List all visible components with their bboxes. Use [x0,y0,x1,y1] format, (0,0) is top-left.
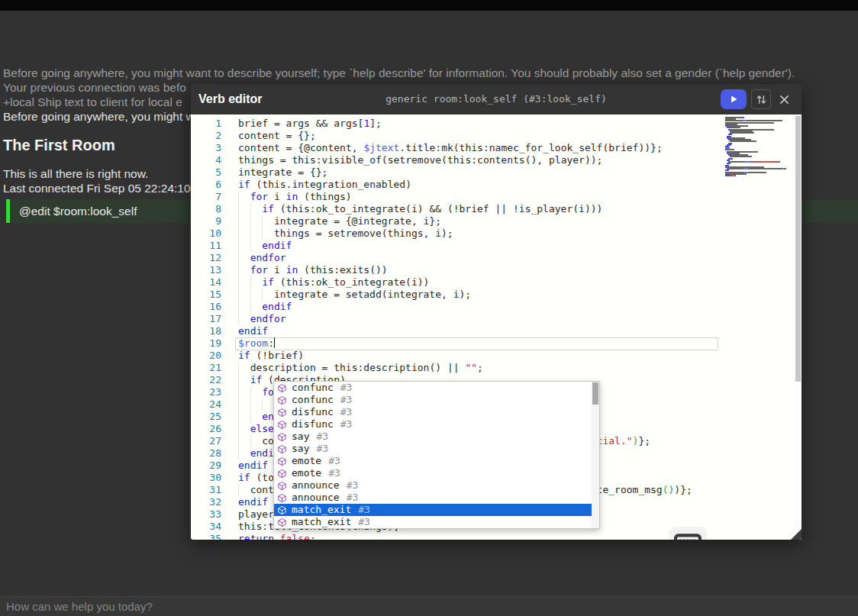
virtual-keyboard-button[interactable] [669,527,707,540]
verb-object: #3 [347,492,359,504]
verb-name: say [292,443,309,455]
autocomplete-item[interactable]: confunc#3 [274,394,599,406]
editor-scrollbar[interactable] [795,114,802,540]
line-number: 33 [191,508,221,521]
indent-guide [238,423,250,435]
command-text: @edit $room:look_self [19,199,137,223]
line-number: 15 [191,289,221,301]
indent-guide [238,484,250,496]
verb-object: #3 [340,382,353,394]
autocomplete-item[interactable]: emote#3 [274,467,599,479]
command-marker-bar [6,199,10,223]
verb-name: say [292,431,309,443]
verb-object: #3 [328,455,340,467]
code-editor[interactable]: 1brief = args && args[1];2content = {};3… [191,114,802,540]
resize-handle[interactable] [790,528,802,540]
line-number: 21 [191,362,221,374]
verb-name: disfunc [292,418,334,431]
line-number: 27 [191,435,221,447]
indent-guide [262,398,274,411]
code-line: 1brief = args && args[1]; [191,118,792,130]
line-number: 3 [191,142,221,154]
code-line: 9integrate = {@integrate, i}; [191,215,792,227]
autocomplete-popup: confunc#3confunc#3disfunc#3disfunc#3say#… [273,381,600,529]
indent-guide [250,386,263,398]
swap-editor-button[interactable] [751,89,771,109]
line-number: 23 [191,386,221,398]
editor-scrollbar-thumb[interactable] [795,116,801,382]
autocomplete-item[interactable]: emote#3 [274,455,599,467]
cube-icon [277,505,287,515]
autocomplete-scrollbar[interactable] [592,382,599,528]
indent-guide [238,435,250,447]
code-line: 8if (this:ok_to_integrate(i) && (!brief … [191,203,792,215]
autocomplete-item[interactable]: match_exit#3 [274,504,599,516]
cube-icon [277,481,287,491]
line-number: 5 [191,166,221,179]
run-verb-button[interactable] [721,89,747,109]
chat-input[interactable]: How can we help you today? [0,596,858,616]
autocomplete-item[interactable]: disfunc#3 [274,418,599,431]
line-number: 35 [191,533,221,540]
line-number: 4 [191,154,221,166]
indent-guide [238,386,250,398]
play-icon [729,95,738,104]
code-minimap[interactable] [725,117,792,181]
autocomplete-item[interactable]: announce#3 [274,492,599,504]
text-cursor [274,337,276,348]
indent-guide [250,411,263,423]
cube-icon [277,432,287,442]
code-line: 3content = {@content, $jtext.title:mk(th… [191,142,792,154]
indent-guide [250,435,263,447]
code-line: 5integrate = {}; [191,166,792,179]
verb-object: #3 [316,431,328,443]
autocomplete-item[interactable]: match_exit#3 [274,516,599,528]
code-line: 15integrate = setadd(integrate, i); [191,289,792,301]
line-number: 24 [191,398,221,411]
dialog-header[interactable]: Verb editor generic room:look_self (#3:l… [191,84,802,114]
keyboard-icon [673,532,702,540]
verb-name: announce [292,479,340,492]
autocomplete-item[interactable]: confunc#3 [274,382,599,394]
indent-guide [250,240,263,252]
line-number: 22 [191,374,221,386]
line-number: 13 [191,264,221,276]
line-number: 1 [191,118,221,130]
code-line: 12endfor [191,252,792,264]
line-number: 28 [191,447,221,460]
close-icon [779,95,789,105]
indent-guide [238,289,250,301]
indent-guide [238,411,250,423]
cube-icon [277,444,287,454]
autocomplete-item[interactable]: say#3 [274,443,599,455]
verb-name: emote [292,455,321,467]
line-number: 9 [191,215,221,227]
line-number: 26 [191,423,221,435]
close-dialog-button[interactable] [776,89,792,109]
cube-icon [277,518,287,527]
autocomplete-item[interactable]: announce#3 [274,479,599,492]
indent-guide [238,264,250,276]
verb-name: confunc [292,394,334,406]
verb-object: #3 [358,516,370,528]
autocomplete-item[interactable]: disfunc#3 [274,406,599,418]
indent-guide [250,276,263,289]
code-line: 2content = {}; [191,130,792,142]
indent-guide [250,398,263,411]
cube-icon [277,493,287,503]
line-number: 2 [191,130,221,142]
indent-guide [238,313,250,325]
line-number: 19 [191,337,221,350]
verb-name: announce [292,492,340,504]
code-line: 17endfor [191,313,792,325]
indent-guide [238,374,250,386]
autocomplete-item[interactable]: say#3 [274,431,599,443]
line-number: 17 [191,313,221,325]
line-number: 20 [191,350,221,362]
verb-object: #3 [340,406,353,418]
verb-editor-dialog: Verb editor generic room:look_self (#3:l… [191,84,802,540]
cube-icon [277,456,287,466]
chat-input-placeholder: How can we help you today? [6,600,858,613]
indent-guide [250,215,263,227]
line-number: 6 [191,179,221,191]
